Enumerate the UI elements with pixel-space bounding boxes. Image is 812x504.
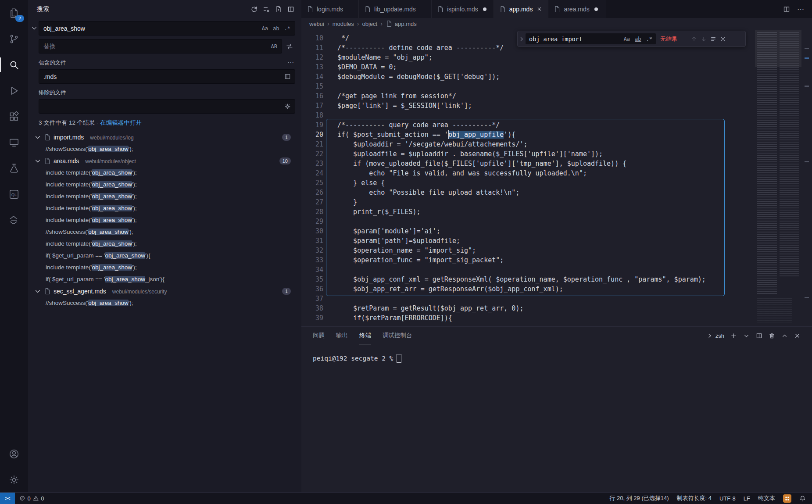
next-match-icon[interactable] <box>699 34 708 44</box>
search-match-row[interactable]: include template('obj_area_show'); <box>28 179 301 190</box>
search-input[interactable]: obj_area_show Aa ab .* <box>39 21 295 36</box>
match-case-toggle[interactable]: Aa <box>622 35 632 43</box>
explorer-button[interactable]: 2 <box>0 0 28 26</box>
tab-terminal[interactable]: 终端 <box>359 327 371 344</box>
breadcrumb-file[interactable]: app.mds <box>386 20 417 27</box>
search-match-row[interactable]: include template('obj_area_show'); <box>28 238 301 250</box>
split-terminal-icon[interactable] <box>756 332 762 339</box>
search-match-row[interactable]: include template('obj_area_show'); <box>28 190 301 202</box>
toggle-replace-chevron-icon[interactable] <box>518 36 526 42</box>
maximize-panel-icon[interactable] <box>781 332 788 339</box>
tab-debug-console[interactable]: 调试控制台 <box>383 327 412 344</box>
new-terminal-icon[interactable] <box>730 332 737 339</box>
terminal-shell-item[interactable]: zsh <box>707 332 724 339</box>
modified-dot-icon[interactable] <box>481 7 488 11</box>
toggle-replace-button[interactable] <box>30 21 39 54</box>
errors-count[interactable]: 0 <box>28 495 31 502</box>
terminal-dropdown-icon[interactable] <box>743 332 750 339</box>
close-icon[interactable] <box>718 34 728 44</box>
remote-explorer-button[interactable] <box>0 129 28 155</box>
whole-word-toggle[interactable]: ab <box>633 35 643 43</box>
chevron-down-icon[interactable] <box>34 134 41 141</box>
search-result-file-row[interactable]: sec_ssl_agent.mds webui/modules/security… <box>28 285 301 297</box>
replace-input[interactable]: 替换 AB <box>39 39 282 54</box>
search-result-file-row[interactable]: area.mds webui/modules/object 10 <box>28 155 301 167</box>
tab-problems[interactable]: 问题 <box>313 327 325 344</box>
run-debug-button[interactable] <box>0 78 28 104</box>
code-editor[interactable]: 10 */ 11/*---------- define code area --… <box>301 29 812 326</box>
close-icon[interactable] <box>536 6 543 12</box>
editor-scrollbar[interactable] <box>801 29 812 326</box>
search-match-row[interactable]: include template('obj_area_show'); <box>28 167 301 179</box>
tab-app-mds[interactable]: app.mds <box>494 0 549 18</box>
breadcrumb-item[interactable]: modules <box>333 21 354 27</box>
whole-word-toggle[interactable]: ab <box>271 25 281 32</box>
settings-button[interactable] <box>0 467 28 493</box>
search-match-row[interactable]: //showSuccess('obj_area_show'); <box>28 226 301 238</box>
run-debug-icon <box>8 85 20 97</box>
more-actions-icon[interactable]: ⋯ <box>797 5 804 13</box>
new-search-editor-icon[interactable] <box>275 6 282 13</box>
clear-search-results-icon[interactable] <box>263 6 270 13</box>
refresh-icon[interactable] <box>250 6 258 13</box>
tab-login-mds[interactable]: login.mds <box>301 0 359 18</box>
search-details-toggle-icon[interactable]: ⋯ <box>287 59 294 67</box>
testing-button[interactable] <box>0 155 28 181</box>
regex-toggle[interactable]: .* <box>644 35 654 43</box>
notifications-bell-icon[interactable] <box>799 495 806 502</box>
previous-match-icon[interactable] <box>689 34 699 44</box>
breadcrumb-item[interactable]: object <box>362 21 377 27</box>
search-match-row[interactable]: //showSuccess('obj_area_show'); <box>28 297 301 309</box>
extensions-button[interactable] <box>0 104 28 129</box>
files-to-include-input[interactable]: .mds <box>39 69 295 84</box>
split-editor-icon[interactable] <box>783 6 790 13</box>
search-match-row[interactable]: if( $get_url_param == 'obj_area_show'){ <box>28 250 301 261</box>
search-match-row[interactable]: //showSuccess('obj_area_show'); <box>28 143 301 155</box>
indentation[interactable]: 制表符长度: 4 <box>677 494 712 502</box>
tab-area-mds[interactable]: area.mds <box>548 0 605 18</box>
chevron-down-icon[interactable] <box>34 288 41 295</box>
ql-extension-button[interactable]: QL <box>0 181 28 207</box>
kill-terminal-icon[interactable] <box>769 332 775 339</box>
match-list: include template('obj_area_show'); inclu… <box>28 167 301 285</box>
orange-extension-icon[interactable] <box>783 494 791 503</box>
open-in-editor-link[interactable]: 在编辑器中打开 <box>100 119 142 126</box>
modified-dot-icon[interactable] <box>593 7 600 11</box>
source-control-button[interactable] <box>0 26 28 52</box>
flow-extension-button[interactable] <box>0 207 28 233</box>
preserve-case-toggle[interactable]: AB <box>269 43 279 50</box>
tab-output[interactable]: 输出 <box>336 327 348 344</box>
tab-ispinfo-mds[interactable]: ispinfo.mds <box>432 0 494 18</box>
minimap[interactable] <box>755 29 801 326</box>
terminal-content[interactable]: peiqi@192 secgate 2 % <box>313 354 812 363</box>
replace-all-button[interactable] <box>284 41 295 52</box>
files-to-include-value: .mds <box>43 73 283 80</box>
regex-toggle[interactable]: .* <box>283 25 292 32</box>
eol-sequence[interactable]: LF <box>744 495 750 502</box>
line-number: 29 <box>301 217 323 226</box>
language-mode[interactable]: 纯文本 <box>758 494 775 502</box>
breadcrumb-item[interactable]: webui <box>309 21 324 27</box>
open-results-in-editor-icon[interactable] <box>287 6 294 13</box>
find-input[interactable]: obj_area_import Aa ab .* <box>526 33 656 44</box>
find-in-selection-icon[interactable] <box>708 34 718 44</box>
cursor-position[interactable]: 行 20, 列 29 (已选择14) <box>609 494 669 502</box>
encoding[interactable]: UTF-8 <box>719 495 736 502</box>
search-open-editors-icon[interactable] <box>283 73 292 80</box>
match-text: //showSuccess('obj_area_show'); <box>46 146 133 152</box>
match-case-toggle[interactable]: Aa <box>260 25 270 32</box>
search-match-row[interactable]: include template('obj_area_show'); <box>28 202 301 214</box>
search-match-row[interactable]: include template('obj_area_show'); <box>28 214 301 226</box>
chevron-down-icon[interactable] <box>34 157 41 164</box>
remote-indicator[interactable]: >< <box>0 493 15 504</box>
close-panel-icon[interactable] <box>794 332 801 339</box>
tab-lib-update-mds[interactable]: lib_update.mds <box>359 0 432 18</box>
warnings-count[interactable]: 0 <box>41 495 44 502</box>
files-to-exclude-input[interactable] <box>39 99 295 114</box>
accounts-button[interactable] <box>0 441 28 467</box>
search-result-file-row[interactable]: import.mds webui/modules/log 1 <box>28 131 301 143</box>
search-match-row[interactable]: include template('obj_area_show'); <box>28 261 301 273</box>
search-button[interactable] <box>0 52 28 78</box>
use-exclude-settings-gear-icon[interactable] <box>283 103 292 110</box>
search-match-row[interactable]: if( $get_url_param == 'obj_area_show_jso… <box>28 273 301 285</box>
